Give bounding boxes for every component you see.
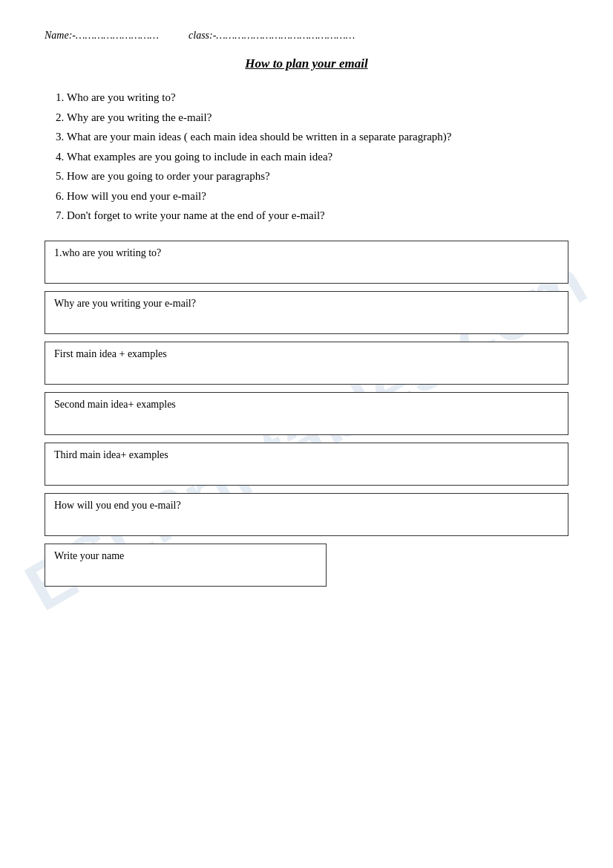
answer-box-4-label: Second main idea+ examples (54, 399, 176, 410)
header-line: Name:-……………………… class:-……………………………………… (45, 30, 568, 42)
answer-box-3-label: First main idea + examples (54, 348, 167, 359)
answer-boxes-section: 1.who are you writing to? Why are you wr… (45, 241, 568, 587)
instructions-section: Who are you writing to? Why are you writ… (45, 89, 568, 224)
name-field: Name:-……………………… (45, 30, 159, 42)
answer-box-1[interactable]: 1.who are you writing to? (45, 241, 568, 284)
name-answer-box-label: Write your name (54, 550, 124, 561)
class-field: class:-……………………………………… (189, 30, 355, 42)
instruction-item: What examples are you going to include i… (67, 149, 568, 166)
instruction-item: Who are you writing to? (67, 89, 568, 106)
answer-box-5[interactable]: Third main idea+ examples (45, 443, 568, 486)
page-title: How to plan your email (45, 56, 568, 71)
answer-box-4[interactable]: Second main idea+ examples (45, 392, 568, 435)
instruction-item: How are you going to order your paragrap… (67, 168, 568, 185)
answer-box-6-label: How will you end you e-mail? (54, 500, 181, 511)
answer-box-2[interactable]: Why are you writing your e-mail? (45, 291, 568, 334)
answer-box-5-label: Third main idea+ examples (54, 449, 168, 460)
instruction-item: How will you end your e-mail? (67, 188, 568, 205)
name-answer-box[interactable]: Write your name (45, 544, 327, 587)
answer-box-1-label: 1.who are you writing to? (54, 247, 161, 258)
instruction-item: Don't forget to write your name at the e… (67, 207, 568, 224)
instruction-item: What are your main ideas ( each main ide… (67, 128, 568, 146)
instruction-item: Why are you writing the e-mail? (67, 109, 568, 126)
answer-box-2-label: Why are you writing your e-mail? (54, 298, 196, 309)
answer-box-6[interactable]: How will you end you e-mail? (45, 493, 568, 536)
answer-box-3[interactable]: First main idea + examples (45, 342, 568, 385)
